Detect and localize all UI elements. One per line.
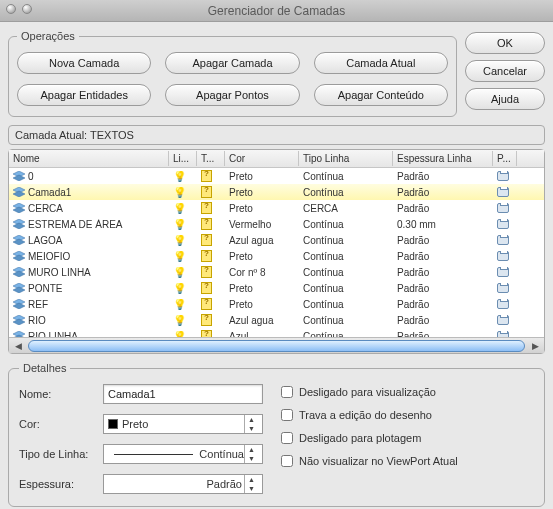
printer-icon[interactable] [497, 203, 509, 213]
ok-button[interactable]: OK [465, 32, 545, 54]
bulb-icon[interactable]: 💡 [173, 187, 187, 198]
row-esp: Padrão [393, 171, 493, 182]
table-row[interactable]: REF💡PretoContínuaPadrão [9, 296, 544, 312]
esp-select[interactable]: Padrão ▲▼ [103, 474, 263, 494]
sheet-icon[interactable] [201, 170, 212, 182]
row-esp: Padrão [393, 235, 493, 246]
table-row[interactable]: RIO LINHA💡AzulContínuaPadrão [9, 328, 544, 337]
table-row[interactable]: CERCA💡PretoCERCAPadrão [9, 200, 544, 216]
apagar-pontos-button[interactable]: Apagar Pontos [165, 84, 299, 106]
table-row[interactable]: LAGOA💡Azul aguaContínuaPadrão [9, 232, 544, 248]
row-esp: Padrão [393, 251, 493, 262]
bulb-icon[interactable]: 💡 [173, 267, 187, 278]
col-cor[interactable]: Cor [225, 151, 299, 166]
layer-icon [13, 315, 25, 325]
sheet-icon[interactable] [201, 298, 212, 310]
table-row[interactable]: 0💡PretoContínuaPadrão [9, 168, 544, 184]
printer-icon[interactable] [497, 171, 509, 181]
esp-stepper-icon[interactable]: ▲▼ [244, 475, 258, 493]
sheet-icon[interactable] [201, 330, 212, 337]
current-layer-value: TEXTOS [90, 129, 134, 141]
tipo-value: Contínua [199, 448, 244, 460]
esp-label: Espessura: [19, 478, 103, 490]
scroll-thumb[interactable] [28, 340, 525, 352]
sheet-icon[interactable] [201, 314, 212, 326]
nome-input[interactable] [103, 384, 263, 404]
apagar-entidades-button[interactable]: Apagar Entidades [17, 84, 151, 106]
bulb-icon[interactable]: 💡 [173, 235, 187, 246]
checkbox-icon[interactable] [281, 432, 293, 444]
close-icon[interactable] [6, 4, 16, 14]
checkbox-icon[interactable] [281, 455, 293, 467]
checkbox-icon[interactable] [281, 409, 293, 421]
cor-select[interactable]: Preto ▲▼ [103, 414, 263, 434]
row-name: Camada1 [28, 187, 71, 198]
row-tipo: Contínua [299, 315, 393, 326]
row-name: LAGOA [28, 235, 62, 246]
col-li[interactable]: Li... [169, 151, 197, 166]
bulb-icon[interactable]: 💡 [173, 315, 187, 326]
table-row[interactable]: PONTE💡PretoContínuaPadrão [9, 280, 544, 296]
bulb-icon[interactable]: 💡 [173, 251, 187, 262]
ajuda-button[interactable]: Ajuda [465, 88, 545, 110]
sheet-icon[interactable] [201, 234, 212, 246]
desligado-visualizacao-check[interactable]: Desligado para visualização [281, 386, 458, 398]
sheet-icon[interactable] [201, 186, 212, 198]
bulb-icon[interactable]: 💡 [173, 219, 187, 230]
printer-icon[interactable] [497, 251, 509, 261]
checkbox-icon[interactable] [281, 386, 293, 398]
bulb-icon[interactable]: 💡 [173, 171, 187, 182]
printer-icon[interactable] [497, 299, 509, 309]
horizontal-scrollbar[interactable]: ◀ ▶ [9, 337, 544, 353]
tipo-stepper-icon[interactable]: ▲▼ [244, 445, 258, 463]
minimize-icon[interactable] [22, 4, 32, 14]
col-p[interactable]: P... [493, 151, 517, 166]
printer-icon[interactable] [497, 283, 509, 293]
row-name: ESTREMA DE ÁREA [28, 219, 122, 230]
scroll-right-icon[interactable]: ▶ [529, 340, 541, 352]
col-esp[interactable]: Espessura Linha [393, 151, 493, 166]
row-name: RIO [28, 315, 46, 326]
nao-visualizar-viewport-check[interactable]: Não visualizar no ViewPort Atual [281, 455, 458, 467]
row-tipo: Contínua [299, 299, 393, 310]
col-nome[interactable]: Nome [9, 151, 169, 166]
table-row[interactable]: MURO LINHA💡Cor nº 8ContínuaPadrão [9, 264, 544, 280]
details-legend: Detalhes [19, 362, 70, 374]
col-tipo[interactable]: Tipo Linha [299, 151, 393, 166]
printer-icon[interactable] [497, 267, 509, 277]
cor-stepper-icon[interactable]: ▲▼ [244, 415, 258, 433]
camada-atual-button[interactable]: Camada Atual [314, 52, 448, 74]
sheet-icon[interactable] [201, 218, 212, 230]
bulb-icon[interactable]: 💡 [173, 299, 187, 310]
bulb-icon[interactable]: 💡 [173, 203, 187, 214]
table-row[interactable]: Camada1💡PretoContínuaPadrão [9, 184, 544, 200]
desligado-plotagem-check[interactable]: Desligado para plotagem [281, 432, 458, 444]
bulb-icon[interactable]: 💡 [173, 283, 187, 294]
row-tipo: Contínua [299, 283, 393, 294]
nova-camada-button[interactable]: Nova Camada [17, 52, 151, 74]
printer-icon[interactable] [497, 219, 509, 229]
sheet-icon[interactable] [201, 282, 212, 294]
tipo-select[interactable]: Contínua ▲▼ [103, 444, 263, 464]
sheet-icon[interactable] [201, 266, 212, 278]
layer-icon [13, 235, 25, 245]
row-esp: Padrão [393, 203, 493, 214]
table-row[interactable]: ESTREMA DE ÁREA💡VermelhoContínua0.30 mm [9, 216, 544, 232]
printer-icon[interactable] [497, 331, 509, 337]
cancelar-button[interactable]: Cancelar [465, 60, 545, 82]
scroll-left-icon[interactable]: ◀ [12, 340, 24, 352]
col-t[interactable]: T... [197, 151, 225, 166]
sheet-icon[interactable] [201, 250, 212, 262]
current-layer-bar: Camada Atual: TEXTOS [8, 125, 545, 145]
printer-icon[interactable] [497, 187, 509, 197]
layer-icon [13, 219, 25, 229]
printer-icon[interactable] [497, 235, 509, 245]
apagar-conteudo-button[interactable]: Apagar Conteúdo [314, 84, 448, 106]
nome-label: Nome: [19, 388, 103, 400]
printer-icon[interactable] [497, 315, 509, 325]
apagar-camada-button[interactable]: Apagar Camada [165, 52, 299, 74]
table-row[interactable]: RIO💡Azul aguaContínuaPadrão [9, 312, 544, 328]
table-row[interactable]: MEIOFIO💡PretoContínuaPadrão [9, 248, 544, 264]
sheet-icon[interactable] [201, 202, 212, 214]
trava-edicao-check[interactable]: Trava a edição do desenho [281, 409, 458, 421]
